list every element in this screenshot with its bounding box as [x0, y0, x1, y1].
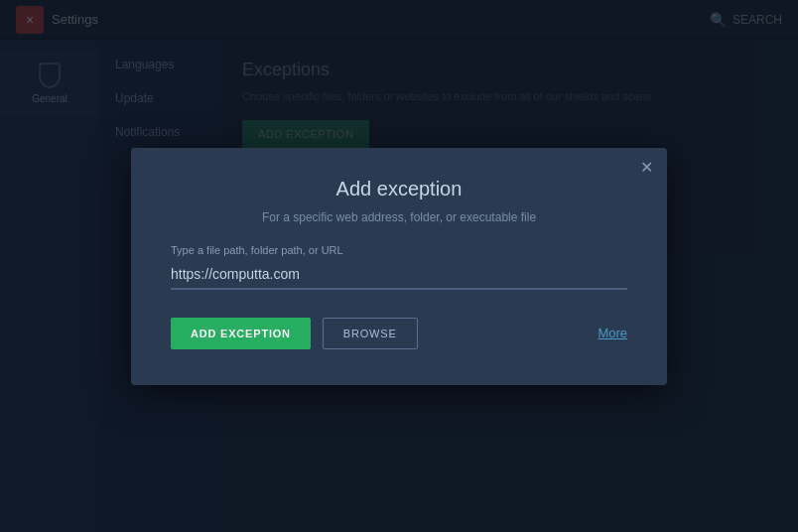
add-exception-confirm-button[interactable]: ADD EXCEPTION	[171, 318, 311, 349]
modal-title: Add exception	[171, 178, 627, 200]
modal-subtitle: For a specific web address, folder, or e…	[171, 210, 627, 224]
modal-overlay: ✕ Add exception For a specific web addre…	[0, 0, 798, 532]
modal-dialog: ✕ Add exception For a specific web addre…	[131, 148, 667, 385]
input-label: Type a file path, folder path, or URL	[171, 244, 627, 256]
url-input-wrap	[171, 262, 627, 290]
more-link[interactable]: More	[598, 326, 627, 340]
url-input[interactable]	[171, 262, 627, 288]
browse-button[interactable]: BROWSE	[323, 318, 418, 349]
modal-actions: ADD EXCEPTION BROWSE More	[171, 318, 627, 349]
modal-close-button[interactable]: ✕	[640, 160, 653, 176]
